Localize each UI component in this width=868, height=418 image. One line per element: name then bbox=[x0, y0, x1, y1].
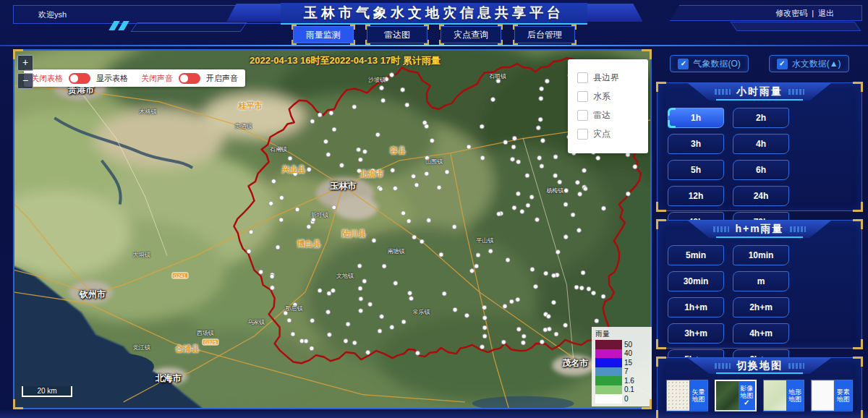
hydrology-data-label: 水文数据(▲) bbox=[792, 58, 841, 70]
hm-button-30min[interactable]: 30min bbox=[668, 271, 724, 291]
checkbox-icon[interactable] bbox=[577, 110, 588, 121]
legend-value: 7 bbox=[624, 367, 629, 375]
rainfall-legend: 雨量 50 40 15 7 1.6 0.1 bbox=[592, 327, 652, 406]
legend-value: 15 bbox=[624, 359, 632, 367]
show-table-label: 显示表格 bbox=[96, 73, 128, 84]
hm-rainfall-panel: h+m雨量 5min 10min 30min m 1h+m 2h+m 3h+m … bbox=[657, 220, 862, 349]
weather-data-label: 气象数据(O) bbox=[693, 58, 740, 70]
legend-swatch bbox=[595, 376, 622, 385]
layer-label: 雷达 bbox=[593, 109, 610, 121]
hm-button-m[interactable]: m bbox=[733, 271, 789, 291]
table-toggle-switch[interactable] bbox=[69, 73, 90, 84]
close-table-label: 关闭表格 bbox=[31, 73, 63, 84]
legend-value: 40 bbox=[624, 349, 632, 357]
map-scale-bar: 20 km bbox=[22, 386, 72, 397]
hm-button-10min[interactable]: 10min bbox=[733, 245, 789, 265]
legend-swatch bbox=[595, 340, 622, 349]
checkbox-icon[interactable] bbox=[777, 59, 788, 69]
layer-item-radar[interactable]: 雷达 bbox=[577, 106, 648, 124]
map-canvas bbox=[14, 51, 650, 408]
hm-button-1hm[interactable]: 1h+m bbox=[668, 297, 724, 317]
hour-button-24h[interactable]: 24h bbox=[733, 186, 789, 206]
legend-row: 7 bbox=[595, 367, 649, 377]
footer-glow bbox=[0, 409, 868, 418]
header-right-frame: 修改密码 | 退出 bbox=[670, 5, 862, 21]
page-title: 玉林市气象水文地灾信息共享平台 bbox=[304, 4, 564, 22]
hm-button-5min[interactable]: 5min bbox=[668, 245, 724, 265]
terrain-map-thumbnail bbox=[764, 380, 786, 411]
logout-link[interactable]: 退出 bbox=[818, 8, 834, 19]
legend-row: 40 bbox=[595, 349, 649, 359]
layer-item-county-border[interactable]: 县边界 bbox=[577, 68, 648, 87]
nav-tab-disaster-query[interactable]: 灾点查询 bbox=[441, 26, 501, 43]
check-icon: ✓ bbox=[744, 399, 749, 406]
welcome-text: 欢迎ysh bbox=[14, 9, 67, 20]
nav-tab-radar[interactable]: 雷达图 bbox=[367, 26, 427, 43]
header-deco-icon bbox=[788, 363, 804, 369]
panel-header: h+m雨量 bbox=[688, 221, 831, 238]
hour-button-grid: 1h 2h 3h 4h 5h 6h 12h 24h 48h 72h bbox=[658, 101, 861, 239]
hm-button-3hm[interactable]: 3h+m bbox=[668, 323, 724, 344]
hour-button-1h[interactable]: 1h bbox=[668, 108, 724, 128]
legend-value: 0.1 bbox=[624, 385, 634, 393]
legend-value: 50 bbox=[624, 341, 632, 349]
nav-tab-admin[interactable]: 后台管理 bbox=[514, 26, 575, 43]
hydrology-data-toggle[interactable]: 水文数据(▲) bbox=[769, 55, 849, 72]
hour-button-5h[interactable]: 5h bbox=[668, 160, 724, 180]
data-source-toggles: 气象数据(O) 水文数据(▲) bbox=[657, 55, 862, 72]
feature-map-thumbnail bbox=[812, 380, 834, 411]
map-type-feature[interactable]: 要素地图 ✓ bbox=[811, 380, 853, 411]
change-password-link[interactable]: 修改密码 bbox=[775, 8, 807, 19]
map-type-imagery[interactable]: 影像地图 ✓ bbox=[715, 380, 757, 411]
panel-title: 切换地图 bbox=[736, 359, 783, 372]
satellite-map[interactable]: 贵港市玉林市钦州市北海市茂名市桂平市兴业县容县北流市陆川县博白县合浦县木格镇大圩… bbox=[14, 51, 650, 408]
layer-panel: 县边界 水系 雷达 灾点 bbox=[568, 59, 648, 153]
map-type-terrain[interactable]: 地形地图 ✓ bbox=[763, 380, 805, 411]
header-deco-icon bbox=[715, 89, 731, 95]
link-divider: | bbox=[812, 9, 814, 17]
layer-item-disaster-point[interactable]: 灾点 bbox=[577, 124, 648, 143]
zoom-out-button[interactable]: − bbox=[17, 73, 33, 89]
hour-button-4h[interactable]: 4h bbox=[733, 134, 789, 154]
panel-header: 切换地图 bbox=[688, 358, 831, 374]
header-deco-icon bbox=[713, 226, 729, 232]
map-type-vector[interactable]: 矢量地图 ✓ bbox=[666, 380, 708, 411]
map-type-label: 影像地图 ✓ bbox=[739, 381, 755, 410]
sound-toggle-switch[interactable] bbox=[179, 73, 200, 84]
legend-swatch bbox=[595, 385, 622, 395]
map-type-label: 矢量地图 ✓ bbox=[689, 380, 707, 411]
checkbox-icon[interactable] bbox=[577, 129, 588, 140]
layer-label: 县边界 bbox=[593, 72, 619, 84]
legend-value: 1.6 bbox=[624, 377, 634, 385]
hm-button-grid: 5min 10min 30min m 1h+m 2h+m 3h+m 4h+m 5… bbox=[658, 238, 861, 377]
checkbox-icon[interactable] bbox=[577, 72, 588, 83]
hourly-rainfall-panel: 小时雨量 1h 2h 3h 4h 5h 6h 12h 24h 48h 72h bbox=[657, 82, 862, 211]
map-type-label: 地形地图 ✓ bbox=[786, 380, 804, 411]
open-sound-label: 开启声音 bbox=[206, 73, 238, 84]
hour-button-2h[interactable]: 2h bbox=[733, 108, 789, 128]
app-root: 欢迎ysh 玉林市气象水文地灾信息共享平台 修改密码 | 退出 雨量监测 雷达图… bbox=[0, 0, 868, 418]
zoom-in-button[interactable]: + bbox=[17, 55, 33, 71]
layer-label: 水系 bbox=[593, 90, 610, 103]
panel-header: 小时雨量 bbox=[688, 83, 831, 101]
hm-button-4hm[interactable]: 4h+m bbox=[733, 323, 789, 344]
header-deco-icon bbox=[790, 226, 806, 232]
hour-button-12h[interactable]: 12h bbox=[668, 186, 724, 206]
checkbox-icon[interactable] bbox=[678, 59, 689, 69]
panel-title: 小时雨量 bbox=[736, 85, 783, 98]
layer-item-water-system[interactable]: 水系 bbox=[577, 87, 648, 106]
checkbox-icon[interactable] bbox=[577, 91, 588, 102]
hour-button-6h[interactable]: 6h bbox=[733, 160, 789, 180]
weather-data-toggle[interactable]: 气象数据(O) bbox=[670, 55, 748, 72]
legend-value: 0 bbox=[624, 395, 629, 403]
header-deco-icon bbox=[715, 363, 731, 369]
hour-button-3h[interactable]: 3h bbox=[668, 134, 724, 154]
nav-tab-rainfall[interactable]: 雨量监测 bbox=[293, 26, 354, 43]
legend-title: 雨量 bbox=[595, 329, 649, 339]
map-zoom-control: + − bbox=[17, 55, 32, 91]
map-container[interactable]: 贵港市玉林市钦州市北海市茂名市桂平市兴业县容县北流市陆川县博白县合浦县木格镇大圩… bbox=[13, 49, 652, 409]
legend-row: 15 bbox=[595, 358, 649, 367]
hm-button-2hm[interactable]: 2h+m bbox=[733, 297, 789, 317]
header-deco-icon bbox=[788, 89, 804, 95]
panel-title: h+m雨量 bbox=[735, 223, 783, 236]
